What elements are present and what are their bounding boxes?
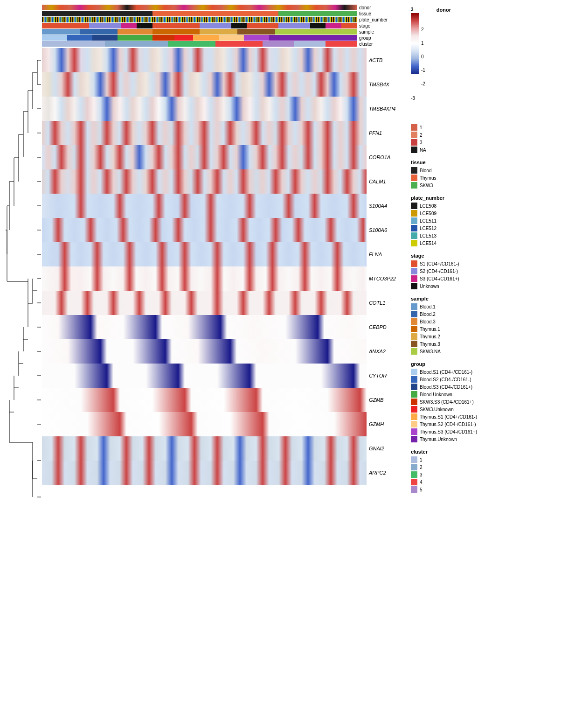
plate-lce513-item: LCE513 (411, 232, 577, 239)
donor-1-color (411, 124, 417, 131)
sample-legend-title: sample (411, 296, 577, 301)
cotl1-label: COTL1 (367, 300, 404, 306)
mtco3p22-label: MTCO3P22 (367, 276, 404, 281)
stage-legend-title: stage (411, 253, 577, 259)
actb-cells (42, 48, 367, 72)
donor-bar (42, 5, 357, 10)
tissue-blood-label: Blood (420, 168, 432, 173)
actb-label: ACTB (367, 57, 404, 63)
sample-thymus2-label: Thymus.2 (420, 334, 440, 339)
cebpd-cells (42, 315, 367, 339)
tissue-skw3-label: SKW3 (420, 183, 433, 188)
s100a4-cells (42, 194, 367, 218)
mtco3p22-cells (42, 266, 367, 291)
plate-lce513-label: LCE513 (420, 233, 436, 238)
heatmap-row-gnai2: GNAI2 (42, 436, 404, 461)
scale-mid-labels: 2 1 0 -1 -2 (421, 27, 425, 95)
scale-min-label: -3 (411, 96, 425, 101)
donor-na-item: NA (411, 147, 577, 153)
plate-lce512-label: LCE512 (420, 226, 436, 231)
stage-label: stage (357, 23, 404, 28)
heatmap-row-gzmh: GZMH (42, 412, 404, 436)
stage-s2-color (411, 268, 417, 274)
group-thymusunknown-color (411, 436, 417, 442)
expression-scale: 3 2 1 0 -1 -2 -3 donor (411, 7, 577, 101)
group-label: group (357, 35, 404, 41)
dendrogram (5, 48, 42, 504)
sample-thymus3-item: Thymus.3 (411, 341, 577, 347)
calm1-cells (42, 169, 367, 194)
dendrogram-svg (5, 48, 42, 503)
sample-blood1-item: Blood.1 (411, 303, 577, 310)
sample-row: sample (42, 29, 404, 35)
gnai2-cells (42, 436, 367, 461)
heatmap-row-tmsb4xp4: TMSB4XP4 (42, 97, 404, 121)
cluster-1-label: 1 (420, 457, 423, 462)
sample-skw3na-item: SKW3.NA (411, 348, 577, 355)
stage-unknown-label: Unknown (420, 284, 439, 289)
gzmb-label: GZMB (367, 397, 404, 403)
gzmb-cells (42, 388, 367, 412)
sample-thymus1-color (411, 326, 417, 332)
group-thymuss3-label: Thymus.S3 (CD4-/CD161+) (420, 429, 477, 434)
sample-skw3na-color (411, 348, 417, 355)
gzmh-cells (42, 412, 367, 436)
annotation-rows: donor tissue plate_number stage sample (42, 5, 404, 47)
group-skw3unknown-item: SKW3.Unknown (411, 406, 577, 413)
group-thymuss2-item: Thymus.S2 (CD4-/CD161-) (411, 421, 577, 427)
group-bloodunknown-label: Blood Unknown (420, 392, 452, 397)
stage-row: stage (42, 23, 404, 28)
cluster-4-color (411, 479, 417, 485)
tmsb4x-label: TMSB4X (367, 82, 404, 87)
tissue-blood-color (411, 167, 417, 174)
plate-lce511-item: LCE511 (411, 217, 577, 224)
sample-blood3-label: Blood.3 (420, 319, 436, 324)
scale-max-label: 3 (411, 7, 425, 12)
tissue-thymus-item: Thymus (411, 175, 577, 181)
group-bloods1-item: Blood.S1 (CD4+/CD161-) (411, 369, 577, 375)
cluster-2-label: 2 (420, 465, 423, 470)
tissue-skw3-color (411, 182, 417, 189)
donor-2-label: 2 (420, 133, 423, 138)
stage-s2-label: S2 (CD4-/CD161-) (420, 269, 458, 274)
group-thymuss3-color (411, 428, 417, 435)
tissue-label: tissue (357, 11, 404, 16)
group-bloods2-label: Blood.S2 (CD4-/CD161-) (420, 377, 471, 382)
sample-blood3-color (411, 318, 417, 325)
stage-s3-label: S3 (CD4-/CD161+) (420, 276, 459, 281)
plate-lce509-label: LCE509 (420, 211, 436, 216)
sample-skw3na-label: SKW3.NA (420, 349, 441, 354)
heatmap-row-cebpd: CEBPD (42, 315, 404, 339)
cluster-legend-title: cluster (411, 449, 577, 455)
heatmap-row-s100a6: S100A6 (42, 218, 404, 242)
group-bloods3-item: Blood.S3 (CD4-/CD161+) (411, 384, 577, 390)
tmsb4x-cells (42, 72, 367, 97)
cluster-label: cluster (357, 42, 404, 47)
heatmap-row-mtco3p22: MTCO3P22 (42, 266, 404, 291)
donor-scale-title: donor (436, 7, 451, 13)
cluster-5-label: 5 (420, 487, 423, 492)
donor-2-color (411, 132, 417, 138)
group-thymuss2-color (411, 421, 417, 427)
plate-lce513-color (411, 232, 417, 239)
plate-label: plate_number (357, 17, 404, 22)
tissue-skw3-item: SKW3 (411, 182, 577, 189)
tissue-legend-title: tissue (411, 160, 577, 165)
s100a4-label: S100A4 (367, 203, 404, 209)
tissue-thymus-label: Thymus (420, 175, 436, 181)
stage-unknown-item: Unknown (411, 283, 577, 289)
group-bloodunknown-color (411, 391, 417, 398)
plate-lce509-color (411, 210, 417, 217)
group-thymusunknown-label: Thymus.Unknown (420, 437, 457, 442)
sample-blood1-color (411, 303, 417, 310)
sample-label: sample (357, 29, 404, 35)
heatmap-row-arpc2: ARPC2 (42, 461, 404, 485)
plate-lce508-item: LCE508 (411, 203, 577, 209)
sample-blood2-item: Blood.2 (411, 311, 577, 317)
heatmap-row-pfn1: PFN1 (42, 121, 404, 145)
cluster-3-color (411, 471, 417, 478)
sample-thymus2-color (411, 333, 417, 340)
calm1-label: CALM1 (367, 179, 404, 184)
group-thymusunknown-item: Thymus.Unknown (411, 436, 577, 442)
flna-cells (42, 242, 367, 266)
